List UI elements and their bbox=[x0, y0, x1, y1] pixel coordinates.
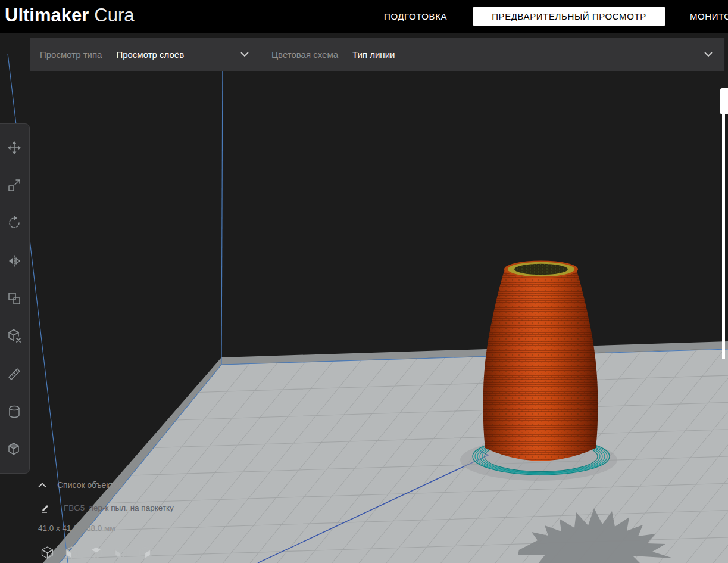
mirror-tool-button[interactable] bbox=[2, 249, 26, 273]
view-selection-bar: Просмотр типа Просмотр слоёв Цветовая сх… bbox=[30, 38, 725, 71]
measure-tool-button[interactable] bbox=[2, 362, 26, 386]
layer-slider-track[interactable] bbox=[722, 114, 725, 359]
object-dimensions: 41.0 x 41.0 x 68.0 мм bbox=[38, 524, 115, 533]
cube-3d-icon bbox=[40, 545, 55, 560]
rotate-tool-button[interactable] bbox=[2, 211, 26, 235]
color-scheme-label: Цветовая схема bbox=[271, 49, 338, 60]
brand-light: Cura bbox=[94, 5, 134, 26]
tab-monitor[interactable]: МОНИТОРИНГ bbox=[690, 0, 728, 33]
color-scheme-dropdown[interactable]: Цветовая схема Тип линии bbox=[261, 38, 724, 71]
per-model-settings-button[interactable] bbox=[2, 287, 26, 310]
custom-support-cube-button[interactable] bbox=[2, 437, 26, 461]
camera-view-presets bbox=[39, 545, 153, 561]
tab-prepare[interactable]: ПОДГОТОВКА bbox=[384, 0, 447, 33]
brand-bold: Ultimaker bbox=[5, 5, 89, 26]
color-scheme-value: Тип линии bbox=[352, 49, 395, 60]
cube-right-icon bbox=[138, 545, 152, 560]
rotate-icon bbox=[7, 215, 22, 231]
chevron-down-icon bbox=[240, 52, 249, 57]
view-right-button[interactable] bbox=[137, 545, 153, 561]
app-logo: UltimakerCura bbox=[5, 5, 135, 26]
chevron-down-icon bbox=[704, 52, 713, 57]
support-blocker-button[interactable] bbox=[2, 324, 26, 348]
tool-column bbox=[0, 123, 30, 474]
object-list-header[interactable]: Список объектов bbox=[38, 480, 123, 490]
object-list-title: Список объектов bbox=[57, 480, 123, 490]
cube-left-icon bbox=[113, 545, 128, 560]
scale-icon bbox=[7, 178, 22, 193]
view-type-label: Просмотр типа bbox=[40, 49, 102, 60]
header-bar: UltimakerCura ПОДГОТОВКА ПРЕДВАРИТЕЛЬНЫЙ… bbox=[0, 0, 728, 33]
view-type-dropdown[interactable]: Просмотр типа Просмотр слоёв bbox=[30, 38, 261, 71]
layer-slider-handle[interactable] bbox=[720, 88, 728, 114]
tab-preview[interactable]: ПРЕДВАРИТЕЛЬНЫЙ ПРОСМОТР bbox=[473, 7, 665, 26]
model[interactable] bbox=[483, 261, 598, 461]
layer-slider bbox=[719, 88, 728, 359]
mirror-icon bbox=[7, 253, 22, 269]
per-model-settings-icon bbox=[7, 291, 22, 306]
measure-icon bbox=[7, 366, 22, 382]
scale-tool-button[interactable] bbox=[2, 173, 26, 197]
move-tool-button[interactable] bbox=[2, 136, 26, 160]
cube-icon bbox=[7, 441, 22, 457]
edit-pencil-icon bbox=[40, 503, 51, 513]
view-type-value: Просмотр слоёв bbox=[116, 49, 184, 60]
move-icon bbox=[7, 140, 22, 155]
viewport-3d[interactable] bbox=[0, 0, 728, 563]
cube-front-icon bbox=[64, 545, 79, 560]
view-3d-button[interactable] bbox=[39, 545, 55, 561]
cylinder-icon bbox=[7, 404, 22, 419]
object-name: FBG5_пер-к пыл. на паркетку bbox=[64, 503, 174, 512]
view-left-button[interactable] bbox=[113, 545, 129, 561]
chevron-up-icon bbox=[38, 483, 46, 488]
view-front-button[interactable] bbox=[64, 545, 80, 561]
object-list-item[interactable]: FBG5_пер-к пыл. на паркетку bbox=[40, 503, 174, 513]
support-blocker-icon bbox=[7, 328, 22, 344]
view-top-button[interactable] bbox=[88, 545, 104, 561]
cube-top-icon bbox=[89, 545, 104, 560]
custom-support-cylinder-button[interactable] bbox=[2, 400, 26, 424]
